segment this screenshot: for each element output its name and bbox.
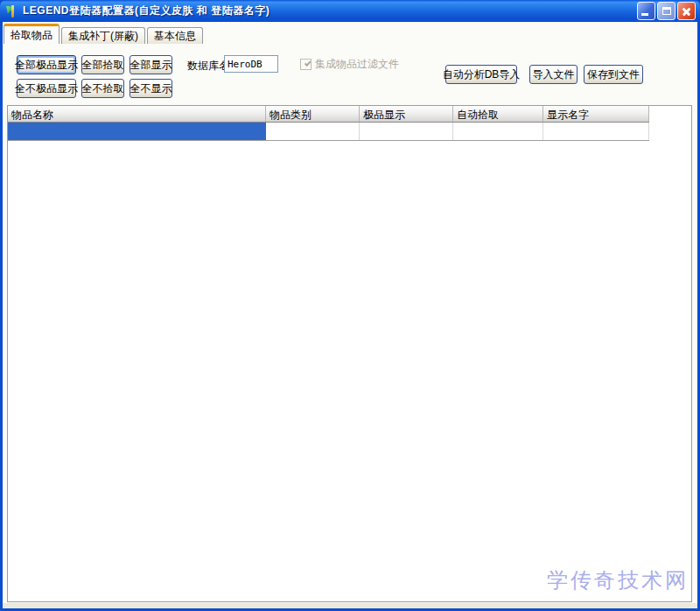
close-button[interactable] — [677, 2, 696, 20]
tab-integrated-patch[interactable]: 集成补丁(屏蔽) — [61, 27, 145, 44]
title-bar[interactable]: LEGEND登陆器配置器(自定义皮肤 和 登陆器名字) — [0, 0, 700, 22]
all-show-button[interactable]: 全部显示 — [130, 55, 172, 74]
column-header-display-name[interactable]: 显示名字 — [543, 106, 649, 122]
app-icon — [5, 4, 19, 18]
minimize-icon — [641, 13, 648, 16]
cell-item-type[interactable] — [266, 123, 360, 140]
grid-header: 物品名称 物品类别 极品显示 自动拾取 显示名字 — [8, 106, 649, 123]
window-title: LEGEND登陆器配置器(自定义皮肤 和 登陆器名字) — [23, 4, 637, 18]
column-header-item-type[interactable]: 物品类别 — [266, 106, 360, 122]
import-file-button[interactable]: 导入文件 — [529, 65, 578, 84]
database-name-label: 数据库名 — [187, 59, 229, 74]
database-name-input[interactable] — [224, 55, 278, 73]
tab-strip: 拾取物品 集成补丁(屏蔽) 基本信息 — [4, 25, 205, 44]
client-area: 拾取物品 集成补丁(屏蔽) 基本信息 全部极品显示 全部拾取 全部显示 全不极品… — [3, 22, 697, 608]
cell-display-name[interactable] — [543, 123, 649, 140]
all-best-show-button[interactable]: 全部极品显示 — [17, 55, 76, 74]
all-pickup-button[interactable]: 全部拾取 — [81, 55, 124, 74]
none-best-show-button[interactable]: 全不极品显示 — [17, 79, 76, 98]
cell-auto-pickup[interactable] — [453, 123, 543, 140]
app-window: LEGEND登陆器配置器(自定义皮肤 和 登陆器名字) 拾取物品 集成补丁(屏蔽… — [0, 0, 700, 611]
column-header-item-name[interactable]: 物品名称 — [8, 106, 266, 122]
column-header-auto-pickup[interactable]: 自动拾取 — [453, 106, 543, 122]
auto-analyze-db-import-button[interactable]: 自动分析DB导入 — [445, 65, 517, 84]
filter-file-checkbox — [300, 59, 312, 70]
table-row[interactable] — [8, 123, 649, 141]
cell-item-name[interactable] — [8, 123, 266, 140]
maximize-icon — [662, 7, 671, 15]
filter-file-checkbox-label: 集成物品过滤文件 — [315, 57, 399, 72]
none-show-button[interactable]: 全不显示 — [130, 79, 172, 98]
tab-pickup-items[interactable]: 拾取物品 — [4, 24, 60, 44]
dialog-bottom-strip — [3, 603, 697, 608]
checkmark-icon — [304, 60, 312, 67]
window-controls — [637, 2, 696, 20]
app-icon-pole — [11, 5, 14, 18]
column-header-best-show[interactable]: 极品显示 — [360, 106, 453, 122]
items-grid[interactable]: 物品名称 物品类别 极品显示 自动拾取 显示名字 — [7, 105, 692, 602]
cell-best-show[interactable] — [360, 123, 453, 140]
save-to-file-button[interactable]: 保存到文件 — [584, 65, 643, 84]
tab-basic-info[interactable]: 基本信息 — [147, 27, 203, 44]
none-pickup-button[interactable]: 全不拾取 — [81, 79, 124, 98]
filter-file-checkbox-group: 集成物品过滤文件 — [300, 57, 399, 72]
maximize-button[interactable] — [657, 2, 676, 20]
minimize-button[interactable] — [637, 2, 655, 20]
